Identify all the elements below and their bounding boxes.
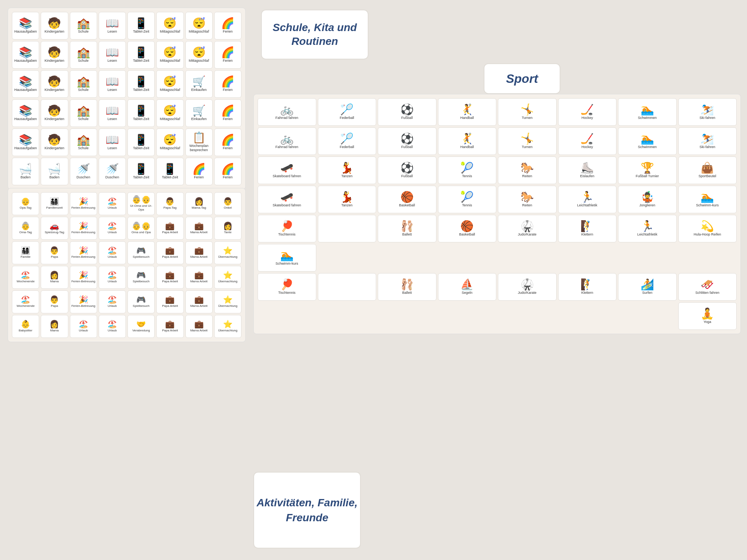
card-schule-5: 🏫Schule (70, 128, 97, 156)
card-papa-3: 👨Papa (41, 241, 68, 264)
card-urlaub-3: 🏖️Urlaub (99, 241, 126, 264)
card-basketball-2: 🏀Basketball (438, 215, 497, 242)
card-uebernachtung-5: ⭐Übernachtung (214, 290, 241, 313)
card-mama-arbeit-3: 💼Mama Arbeit (185, 241, 213, 264)
card-hausaufgaben-2: 📚Hausaufgaben (12, 41, 39, 69)
card-oma-und-opa: 👵👴Oma und Opa (127, 217, 155, 240)
card-sportbeutel: 👜Sportbeutel (678, 156, 737, 184)
card-tischtennis-2: 🏓Tischtennis (258, 273, 316, 301)
card-tablet-4: 📱Tablet-Zeit (127, 99, 155, 127)
card-tanzen-1: 💃Tanzen (318, 156, 377, 184)
familie-grid: 👴Opa-Tag 👨‍👩‍👧‍👦Familienzeit 🎉Ferien-Bet… (12, 192, 241, 338)
card-hausaufgaben-5: 📚Hausaufgaben (12, 128, 39, 156)
card-turnen-2: 🤸Turnen (498, 127, 557, 155)
card-mama-4: 👩Mama (41, 266, 68, 289)
card-wochenende-4: 🏖️Wochenende (12, 266, 39, 289)
card-schule-1: 🏫Schule (70, 12, 97, 40)
card-skifahren-2: ⛷️Ski-fahren (678, 127, 737, 155)
card-mittagsschlaf-4: 😴Mittagsschlaf (156, 99, 183, 127)
title-box-schule: Schule, Kita und Routinen (261, 10, 369, 59)
card-ballett-1: 🩰Ballett (378, 215, 436, 242)
card-schule-4: 🏫Schule (70, 99, 97, 127)
card-hausaufgaben-3: 📚Hausaufgaben (12, 70, 39, 98)
card-segeln: ⛵Segeln (438, 273, 497, 301)
card-tennis-1: 🎾Tennis (438, 156, 497, 184)
card-klettern-2: 🧗Klettern (558, 273, 617, 301)
card-papa-arbeit-4: 💼Papa Arbeit (156, 266, 183, 289)
card-kindergarten-1: 🧒Kindergarten (41, 12, 68, 40)
card-ur-oma-ur-opa: 👵👴Ur-Oma und Ur-Opa (127, 192, 155, 215)
card-ferien-betreuung-1: 🎉Ferien-Betreuung (70, 192, 97, 215)
card-kindergarten-3: 🧒Kindergarten (41, 70, 68, 98)
card-judo-1: 🥋Judo/Karate (498, 215, 557, 242)
card-duschen-1: 🚿Duschen (70, 158, 97, 185)
card-skifahren-1: ⛷️Ski-fahren (678, 98, 737, 126)
card-lesen-3: 📖Lesen (99, 70, 126, 98)
card-lesen-1: 📖Lesen (99, 12, 126, 40)
card-schule-2: 🏫Schule (70, 41, 97, 69)
card-leichtathletik-2: 🏃Leichtathletik (618, 215, 677, 242)
card-mama-6: 👩Mama (41, 315, 68, 338)
card-empty-6 (318, 273, 377, 301)
card-einkaufen-3: 🛒Einkaufen (185, 70, 213, 98)
card-ferien-3: 🌈Ferien (214, 70, 241, 98)
card-mittagsschlaf-1b: 😴Mittagsschlaf (185, 12, 213, 40)
card-mittagsschlaf-2a: 😴Mittagsschlaf (156, 41, 183, 69)
card-ferien-1: 🌈Ferien (214, 12, 241, 40)
card-federball-1: 🏸Federball (318, 98, 377, 126)
card-spielzeug-tag: 🚗Spielzeug-Tag (41, 217, 68, 240)
card-turnen-1: 🤸Turnen (498, 98, 557, 126)
card-spielbesuch-4: 🎮Spielbesuch (127, 266, 155, 289)
card-tischtennis-1: 🏓Tischtennis (258, 215, 316, 242)
card-papa-5: 👨Papa (41, 290, 68, 313)
card-tablet-6a: 📱Tablet-Zeit (127, 158, 155, 185)
card-empty-5 (318, 215, 377, 242)
card-fahrrad-1: 🚲Fahrrad fahren (258, 98, 316, 126)
card-schwimmen-2: 🏊Schwimmen (618, 127, 677, 155)
card-urlaub-2: 🏖️Urlaub (99, 217, 126, 240)
card-papa-arbeit-6: 💼Papa Arbeit (156, 315, 183, 338)
card-tablet-2: 📱Tablet-Zeit (127, 41, 155, 69)
card-lesen-4: 📖Lesen (99, 99, 126, 127)
card-lesen-5: 📖Lesen (99, 128, 126, 156)
card-babysitter: 👶Babysitter (12, 315, 39, 338)
card-fahrrad-2: 🚲Fahrrad fahren (258, 127, 316, 155)
card-papa-tag: 👨Papa-Tag (156, 192, 183, 215)
card-mittagsschlaf-2b: 😴Mittagsschlaf (185, 41, 213, 69)
card-spielbesuch-5: 🎮Spielbesuch (127, 290, 155, 313)
card-kindergarten-4: 🧒Kindergarten (41, 99, 68, 127)
card-schule-3: 🏫Schule (70, 70, 97, 98)
card-tablet-6b: 📱Tablet-Zeit (156, 158, 183, 185)
card-urlaub-1: 🏖️Urlaub (99, 192, 126, 215)
title-schule: Schule, Kita und Routinen (262, 21, 368, 49)
card-hausaufgaben-4: 📚Hausaufgaben (12, 99, 39, 127)
card-kindergarten-2: 🧒Kindergarten (41, 41, 68, 69)
hausaufgaben-icon-1: 📚 (19, 18, 32, 29)
card-papa-arbeit-5: 💼Papa Arbeit (156, 290, 183, 313)
card-federball-2: 🏸Federball (318, 127, 377, 155)
card-reiten-1: 🐎Reiten (498, 156, 557, 184)
card-urlaub-5: 🏖️Urlaub (99, 290, 126, 313)
card-urlaub-4: 🏖️Urlaub (99, 266, 126, 289)
card-ferien-6a: 🌈Ferien (185, 158, 213, 185)
card-hockey-2: 🏒Hockey (558, 127, 617, 155)
card-jonglieren: 🤹Jonglieren (618, 186, 677, 213)
card-baden-2: 🛁Baden (41, 158, 68, 185)
panel-familie: 👴Opa-Tag 👨‍👩‍👧‍👦Familienzeit 🎉Ferien-Bet… (8, 188, 246, 342)
card-tanzen-2: 💃Tanzen (318, 186, 377, 213)
card-basketball-1: 🏀Basketball (378, 186, 436, 213)
title-box-aktivitaeten: Aktivitäten, Familie, Freunde (253, 472, 361, 548)
card-mama-arbeit-4: 💼Mama Arbeit (185, 266, 213, 289)
card-schlitten: 🛷Schlitten fahren (678, 273, 737, 301)
card-schwimmkurs-2: 🏊Schwimm-kurs (258, 244, 316, 272)
card-tablet-5: 📱Tablet-Zeit (127, 128, 155, 156)
card-fussball-1: ⚽Fußball (378, 98, 436, 126)
title-sport: Sport (506, 72, 538, 86)
card-uebernachtung-4: ⭐Übernachtung (214, 266, 241, 289)
card-wochenplan: 📋Wochenplan besprechen (185, 128, 213, 156)
card-skateboard-1: 🛹Skateboard fahren (258, 156, 316, 184)
card-papa-arbeit-2: 💼Papa Arbeit (156, 217, 183, 240)
card-ferien-4: 🌈Ferien (214, 99, 241, 127)
card-handball-2: 🤾Handball (438, 127, 497, 155)
card-judo-2: 🥋Judo/Karate (498, 273, 557, 301)
